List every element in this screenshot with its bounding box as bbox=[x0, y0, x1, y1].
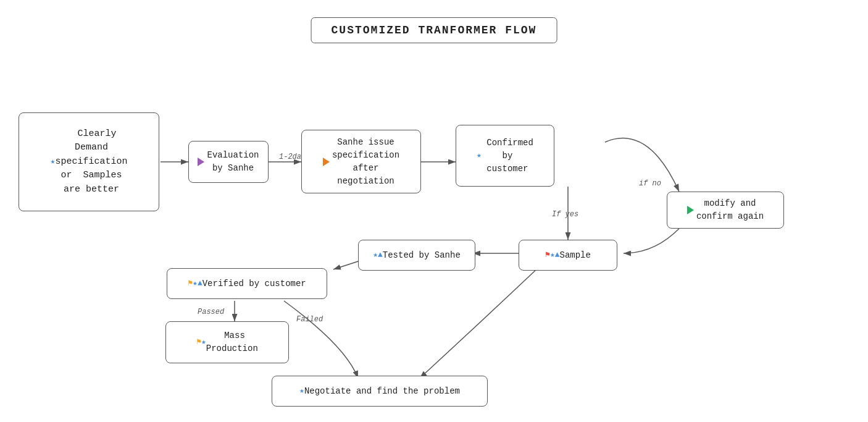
star-icon-mass: ★ bbox=[201, 336, 206, 348]
node-mass-production: ⚑ ★ Mass Production bbox=[165, 321, 289, 363]
star-icon-negotiate: ★ bbox=[299, 385, 304, 397]
node-confirmed-label: Confirmed by customer bbox=[482, 137, 533, 175]
star-icon-sample: ★ bbox=[550, 249, 555, 261]
node-evaluation-label: Evaluation by Sanhe bbox=[207, 149, 259, 175]
node-sanhe-issue: Sanhe issue specification after negotiat… bbox=[301, 130, 421, 193]
star-icon-demand: ★ bbox=[51, 156, 56, 168]
label-if-yes: If yes bbox=[552, 210, 578, 219]
node-negotiate: ★ Negotiate and find the problem bbox=[272, 376, 488, 407]
flag-icon-sample: ⚑ bbox=[545, 249, 550, 261]
arrow-icon-verified: ▲ bbox=[198, 277, 202, 290]
node-verified: ⚑ ★ ▲ Verified by customer bbox=[167, 268, 327, 299]
tri-icon-sanhe bbox=[323, 158, 330, 166]
node-sanhe-label: Sanhe issue specification after negotiat… bbox=[332, 136, 399, 188]
title-box: CUSTOMIZED TRANFORMER FLOW bbox=[311, 17, 557, 43]
tri-icon-modify bbox=[687, 206, 694, 214]
node-verified-label: Verified by customer bbox=[202, 277, 306, 290]
node-modify: modify and confirm again bbox=[667, 192, 784, 229]
node-confirmed: ★ Confirmed by customer bbox=[456, 125, 554, 187]
flow-container: CUSTOMIZED TRANFORMER FLOW bbox=[0, 0, 868, 422]
tri-icon-evaluation bbox=[198, 158, 204, 166]
node-demand-label: Clearly Demand specification or Samples … bbox=[55, 127, 127, 197]
star-icon-confirmed: ★ bbox=[477, 150, 482, 162]
node-evaluation: Evaluation by Sanhe bbox=[188, 141, 269, 183]
flag-icon-verified: ⚑ bbox=[188, 277, 193, 290]
node-sample: ⚑ ★ ▲ Sample bbox=[519, 240, 617, 271]
title-text: CUSTOMIZED TRANFORMER FLOW bbox=[332, 24, 537, 36]
flag-icon-mass: ⚑ bbox=[196, 336, 201, 348]
node-demand: ★ Clearly Demand specification or Sample… bbox=[19, 112, 159, 211]
arrow-icon-sample: ▲ bbox=[555, 249, 560, 261]
label-if-no: if no bbox=[639, 179, 661, 188]
node-negotiate-label: Negotiate and find the problem bbox=[304, 385, 460, 398]
node-modify-label: modify and confirm again bbox=[696, 197, 764, 223]
star-icon-verified: ★ bbox=[193, 277, 198, 290]
node-tested: ★ ▲ Tested by Sanhe bbox=[358, 240, 475, 271]
star-icon-tested: ★ bbox=[373, 249, 378, 261]
label-passed: Passed bbox=[198, 308, 224, 316]
node-tested-label: Tested by Sanhe bbox=[383, 249, 461, 262]
node-sample-label: Sample bbox=[560, 249, 591, 262]
label-failed: Failed bbox=[296, 315, 323, 324]
arrow-icon-tested: ▲ bbox=[378, 249, 383, 261]
node-mass-label: Mass Production bbox=[206, 329, 258, 355]
